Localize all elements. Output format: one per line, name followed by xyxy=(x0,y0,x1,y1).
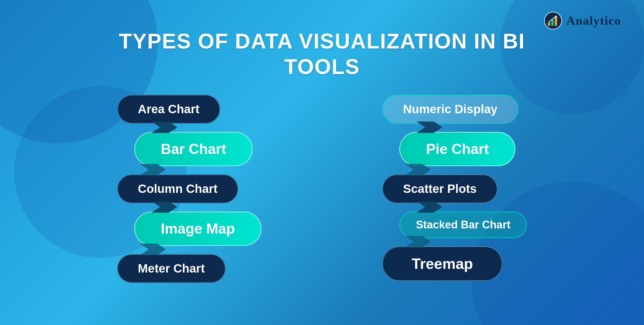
svg-marker-7 xyxy=(151,201,177,213)
scatter-plots-pill: Scatter Plots xyxy=(382,174,498,203)
list-item: Treemap xyxy=(382,246,503,281)
arrow-icon xyxy=(140,164,166,175)
image-map-pill: Image Map xyxy=(134,212,262,246)
list-item: Numeric Display xyxy=(382,95,518,124)
treemap-pill: Treemap xyxy=(382,246,503,281)
arrow-icon xyxy=(417,122,442,133)
pie-chart-pill: Pie Chart xyxy=(399,132,516,166)
title-line2: TOOLS xyxy=(0,54,644,80)
svg-marker-10 xyxy=(405,164,431,175)
logo-icon xyxy=(544,11,562,30)
arrow-icon xyxy=(140,244,166,255)
arrow-icon xyxy=(151,122,177,133)
svg-rect-3 xyxy=(555,17,557,26)
connector-arrow xyxy=(151,201,177,214)
column-chart-pill: Column Chart xyxy=(117,174,239,203)
list-item: Stacked Bar Chart xyxy=(399,212,527,238)
left-column: Area Chart Bar Chart Column Chart xyxy=(117,95,262,283)
svg-rect-2 xyxy=(551,19,554,26)
arrow-icon xyxy=(405,164,431,175)
connector-arrow xyxy=(140,164,166,177)
main-title: TYPES OF DATA VISUALIZATION IN BI TOOLS xyxy=(0,29,644,80)
connector-arrow xyxy=(140,244,166,256)
svg-marker-11 xyxy=(417,201,442,213)
svg-marker-5 xyxy=(151,122,177,133)
arrow-icon xyxy=(151,201,177,213)
arrow-icon xyxy=(417,201,442,213)
area-chart-pill: Area Chart xyxy=(117,95,221,124)
arrow-icon xyxy=(405,236,431,247)
svg-rect-1 xyxy=(548,22,550,26)
logo-text: Analytico xyxy=(566,14,621,28)
list-item: Area Chart xyxy=(117,95,221,124)
list-item: Column Chart xyxy=(117,174,239,203)
list-item: Pie Chart xyxy=(399,132,516,166)
svg-marker-9 xyxy=(417,122,442,133)
right-column: Numeric Display Pie Chart Scatter Plots xyxy=(382,95,527,281)
svg-point-4 xyxy=(555,16,557,17)
connector-arrow xyxy=(417,201,442,214)
svg-marker-6 xyxy=(140,164,166,175)
connector-arrow xyxy=(405,164,431,177)
stacked-bar-chart-pill: Stacked Bar Chart xyxy=(399,212,527,238)
list-item: Image Map xyxy=(134,212,262,246)
title-line1: TYPES OF DATA VISUALIZATION IN BI xyxy=(0,29,644,54)
connector-arrow xyxy=(417,122,442,134)
list-item: Bar Chart xyxy=(134,132,253,166)
connector-arrow xyxy=(405,236,431,248)
svg-marker-8 xyxy=(140,244,166,255)
numeric-display-pill: Numeric Display xyxy=(382,95,518,124)
list-item: Scatter Plots xyxy=(382,174,498,203)
meter-chart-pill: Meter Chart xyxy=(117,254,226,283)
svg-marker-12 xyxy=(405,236,431,247)
logo: Analytico xyxy=(544,11,621,30)
list-item: Meter Chart xyxy=(117,254,226,283)
bar-chart-pill: Bar Chart xyxy=(134,132,253,166)
connector-arrow xyxy=(151,122,177,134)
